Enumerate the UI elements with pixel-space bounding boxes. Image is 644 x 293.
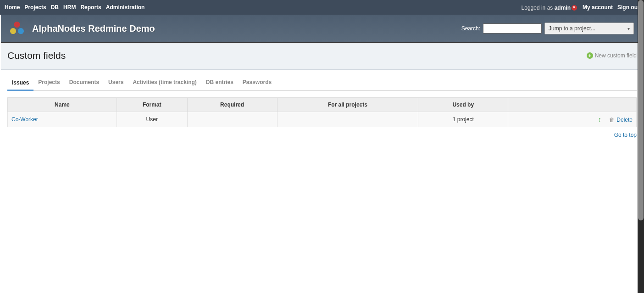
- nav-administration[interactable]: Administration: [106, 4, 145, 11]
- col-forall[interactable]: For all projects: [277, 98, 418, 112]
- nav-hrm[interactable]: HRM: [63, 4, 76, 11]
- tab-db-entries[interactable]: DB entries: [201, 76, 238, 90]
- tabs: Issues Projects Documents Users Activiti…: [7, 76, 637, 91]
- col-required[interactable]: Required: [187, 98, 277, 112]
- project-jump-label: Jump to a project...: [549, 25, 595, 32]
- nav-db[interactable]: DB: [51, 4, 59, 11]
- tab-activities[interactable]: Activities (time tracking): [128, 76, 201, 90]
- tab-passwords[interactable]: Passwords: [238, 76, 276, 90]
- tab-users[interactable]: Users: [104, 76, 128, 90]
- field-required: [187, 112, 277, 127]
- field-usedby: 1 project: [418, 112, 508, 127]
- col-usedby[interactable]: Used by: [418, 98, 508, 112]
- site-title: AlphaNodes Redmine Demo: [32, 23, 155, 34]
- svg-point-1: [10, 28, 16, 34]
- logged-prefix: Logged in as: [522, 5, 555, 11]
- delete-label: Delete: [616, 117, 633, 123]
- custom-fields-table: Name Format Required For all projects Us…: [7, 97, 637, 127]
- nav-my-account[interactable]: My account: [583, 4, 613, 11]
- top-menu: Home Projects DB HRM Reports Administrat…: [0, 0, 644, 15]
- new-custom-field-link[interactable]: + New custom field: [587, 52, 637, 59]
- chevron-down-icon: ▾: [627, 26, 630, 31]
- close-icon[interactable]: [572, 5, 577, 11]
- reorder-icon[interactable]: ↕: [598, 116, 601, 123]
- header: AlphaNodes Redmine Demo Search: Jump to …: [1, 15, 643, 43]
- field-forall: [277, 112, 418, 127]
- add-icon: +: [587, 52, 593, 59]
- logged-as-label: Logged in as admin: [522, 4, 577, 11]
- go-to-top: Go to top: [7, 132, 637, 138]
- logo-icon: [8, 21, 26, 36]
- scrollbar[interactable]: [638, 0, 644, 141]
- delete-button[interactable]: 🗑 Delete: [609, 117, 633, 123]
- nav-sign-out[interactable]: Sign out: [617, 4, 639, 11]
- scrollbar-thumb[interactable]: [638, 0, 644, 141]
- tab-issues[interactable]: Issues: [7, 77, 33, 91]
- project-jump-dropdown[interactable]: Jump to a project... ▾: [544, 23, 634, 34]
- svg-point-2: [18, 28, 24, 34]
- page-title: Custom fields: [7, 50, 66, 61]
- table-row: Co-Worker User 1 project ↕ 🗑 Delete: [8, 112, 637, 127]
- svg-point-0: [14, 22, 20, 28]
- tab-projects[interactable]: Projects: [33, 76, 64, 90]
- top-menu-right: Logged in as admin My account Sign out: [522, 4, 639, 11]
- col-format[interactable]: Format: [117, 98, 187, 112]
- search-area: Search: Jump to a project... ▾: [461, 23, 634, 34]
- search-input[interactable]: [483, 23, 542, 34]
- new-custom-field-label: New custom field: [595, 52, 637, 59]
- table-header-row: Name Format Required For all projects Us…: [8, 98, 637, 112]
- nav-home[interactable]: Home: [5, 4, 20, 11]
- tab-documents[interactable]: Documents: [65, 76, 104, 90]
- nav-reports[interactable]: Reports: [80, 4, 101, 11]
- col-name[interactable]: Name: [8, 98, 117, 112]
- go-to-top-link[interactable]: Go to top: [614, 132, 637, 138]
- field-format: User: [117, 112, 187, 127]
- nav-projects[interactable]: Projects: [24, 4, 46, 11]
- top-menu-left: Home Projects DB HRM Reports Administrat…: [5, 4, 144, 11]
- logged-user: admin: [555, 5, 571, 11]
- col-actions: [508, 98, 637, 112]
- content-header: Custom fields + New custom field: [1, 43, 643, 70]
- trash-icon: 🗑: [609, 117, 615, 123]
- main: Issues Projects Documents Users Activiti…: [0, 76, 644, 138]
- field-name-link[interactable]: Co-Worker: [11, 116, 38, 123]
- search-label: Search:: [461, 25, 480, 32]
